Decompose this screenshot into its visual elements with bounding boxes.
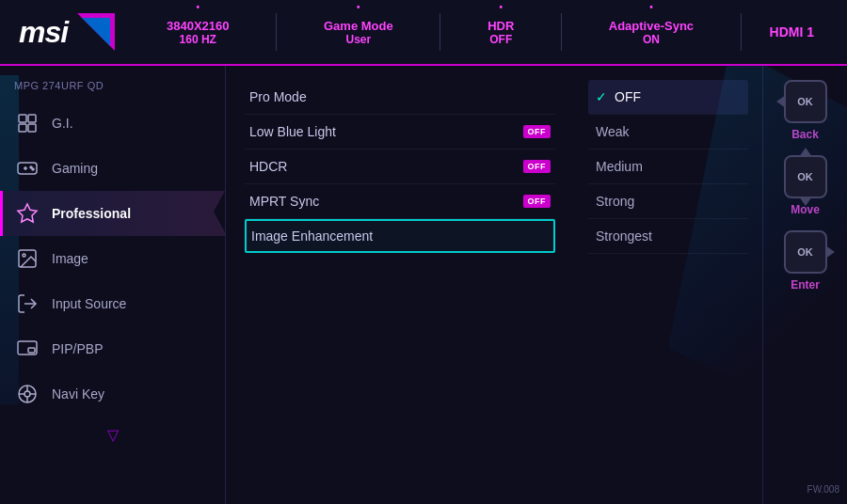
- sidebar-item-gaming[interactable]: Gaming: [0, 146, 225, 191]
- sidebar-label-input-source: Input Source: [52, 296, 126, 311]
- mprt-sync-badge: OFF: [523, 195, 551, 208]
- enter-label: Enter: [791, 278, 820, 291]
- enter-button[interactable]: OK: [784, 230, 827, 274]
- value-medium-label: Medium: [596, 159, 643, 174]
- sidebar-label-gaming: Gaming: [52, 161, 98, 176]
- header-hdmi: HDMI 1: [770, 24, 814, 39]
- resolution-sub: 160 HZ: [180, 33, 216, 46]
- svg-rect-0: [19, 115, 26, 122]
- header-bar: msi 3840X2160 160 HZ Game Mode User HDR …: [0, 0, 847, 66]
- header-game-mode: Game Mode User: [305, 19, 412, 46]
- hdr-label: HDR: [487, 19, 514, 33]
- value-off-label: OFF: [615, 89, 641, 104]
- value-row-strong[interactable]: Strong: [588, 184, 748, 219]
- back-control[interactable]: OK Back: [784, 80, 827, 141]
- sidebar-item-professional[interactable]: Professional: [0, 191, 225, 236]
- game-mode-sub: User: [345, 33, 371, 46]
- hdcr-label: HDCR: [249, 159, 523, 174]
- value-row-medium[interactable]: Medium: [588, 150, 748, 184]
- header-hdr: HDR OFF: [469, 19, 533, 46]
- menu-row-pro-mode[interactable]: Pro Mode: [245, 80, 555, 115]
- header-divider-3: [561, 13, 562, 51]
- sidebar-label-professional: Professional: [52, 206, 131, 221]
- value-strong-label: Strong: [596, 194, 634, 209]
- svg-rect-3: [28, 124, 36, 132]
- header-divider-2: [439, 13, 440, 51]
- back-ok-text: OK: [797, 96, 813, 107]
- sidebar-item-gi[interactable]: G.I.: [0, 101, 225, 146]
- enter-control[interactable]: OK Enter: [784, 230, 827, 291]
- menu-row-mprt-sync[interactable]: MPRT Sync OFF: [245, 184, 555, 219]
- professional-icon: [14, 200, 40, 227]
- adaptive-sync-label: Adaptive-Sync: [609, 19, 694, 33]
- header-nav: 3840X2160 160 HZ Game Mode User HDR OFF …: [134, 13, 828, 51]
- header-divider-4: [741, 13, 742, 51]
- hdr-sub: OFF: [489, 33, 512, 46]
- move-button[interactable]: OK: [784, 155, 827, 198]
- hdcr-badge: OFF: [523, 160, 551, 173]
- sidebar-item-input-source[interactable]: Input Source: [0, 281, 225, 326]
- value-strongest-label: Strongest: [596, 228, 652, 244]
- main-content: MPG 274URF QD G.I.: [0, 66, 847, 504]
- screen: msi 3840X2160 160 HZ Game Mode User HDR …: [0, 0, 847, 504]
- middle-panel: Pro Mode Low Blue Light OFF HDCR OFF MPR…: [226, 66, 574, 504]
- sidebar: MPG 274URF QD G.I.: [0, 66, 226, 504]
- navi-key-icon: [14, 381, 40, 407]
- value-row-off[interactable]: ✓ OFF: [588, 80, 748, 115]
- move-control[interactable]: OK Move: [784, 155, 827, 216]
- pip-pbp-icon: [14, 336, 40, 362]
- svg-point-7: [30, 166, 32, 168]
- enter-ok-text: OK: [797, 246, 813, 258]
- low-blue-light-badge: OFF: [523, 125, 551, 138]
- sidebar-label-navi-key: Navi Key: [52, 386, 104, 402]
- low-blue-light-label: Low Blue Light: [249, 124, 523, 139]
- sidebar-scroll-down[interactable]: ▽: [0, 417, 225, 453]
- svg-rect-14: [28, 348, 35, 353]
- move-ok-text: OK: [797, 171, 813, 182]
- back-button[interactable]: OK: [784, 80, 827, 123]
- pro-mode-label: Pro Mode: [249, 89, 551, 104]
- sidebar-label-gi: G.I.: [52, 116, 73, 131]
- sidebar-item-pip-pbp[interactable]: PIP/PBP: [0, 326, 225, 371]
- value-row-strongest[interactable]: Strongest: [588, 219, 748, 254]
- fw-version-label: FW.008: [807, 484, 839, 495]
- sidebar-item-navi-key[interactable]: Navi Key: [0, 371, 225, 417]
- menu-row-low-blue-light[interactable]: Low Blue Light OFF: [245, 115, 555, 150]
- svg-rect-1: [28, 115, 36, 122]
- model-name: MPG 274URF QD: [0, 75, 225, 101]
- down-arrow-icon: ▽: [107, 426, 119, 444]
- gaming-icon: [14, 155, 40, 181]
- resolution-label: 3840X2160: [167, 19, 230, 33]
- input-source-icon: [14, 291, 40, 317]
- menu-row-hdcr[interactable]: HDCR OFF: [245, 150, 555, 184]
- image-icon: [14, 245, 40, 272]
- back-label: Back: [791, 128, 819, 141]
- check-icon: ✓: [596, 89, 607, 104]
- game-mode-label: Game Mode: [324, 19, 393, 33]
- controls-panel: OK Back OK Move OK Ente: [762, 66, 847, 504]
- menu-row-image-enhancement[interactable]: Image Enhancement: [245, 219, 555, 253]
- svg-point-8: [32, 168, 34, 170]
- header-divider-1: [276, 13, 277, 51]
- header-resolution: 3840X2160 160 HZ: [148, 19, 248, 46]
- adaptive-sync-sub: ON: [643, 33, 660, 46]
- mprt-sync-label: MPRT Sync: [249, 194, 523, 209]
- value-row-weak[interactable]: Weak: [588, 115, 748, 150]
- sidebar-item-image[interactable]: Image: [0, 236, 225, 281]
- svg-marker-9: [18, 204, 37, 222]
- svg-rect-2: [19, 124, 26, 132]
- gi-icon: [14, 110, 40, 136]
- back-arrow-icon: [776, 95, 786, 108]
- logo-accent-icon: [77, 13, 115, 51]
- msi-logo: msi: [19, 15, 68, 50]
- move-up-icon: [799, 148, 812, 157]
- sidebar-label-image: Image: [52, 251, 88, 266]
- enter-arrow-icon: [825, 245, 835, 259]
- value-weak-label: Weak: [596, 124, 630, 139]
- svg-point-16: [24, 391, 30, 397]
- sidebar-label-pip-pbp: PIP/PBP: [52, 341, 103, 356]
- right-panel: ✓ OFF Weak Medium Strong Strongest: [574, 66, 762, 504]
- image-enhancement-label: Image Enhancement: [251, 228, 549, 244]
- header-adaptive-sync: Adaptive-Sync ON: [590, 19, 712, 46]
- svg-point-11: [23, 254, 25, 257]
